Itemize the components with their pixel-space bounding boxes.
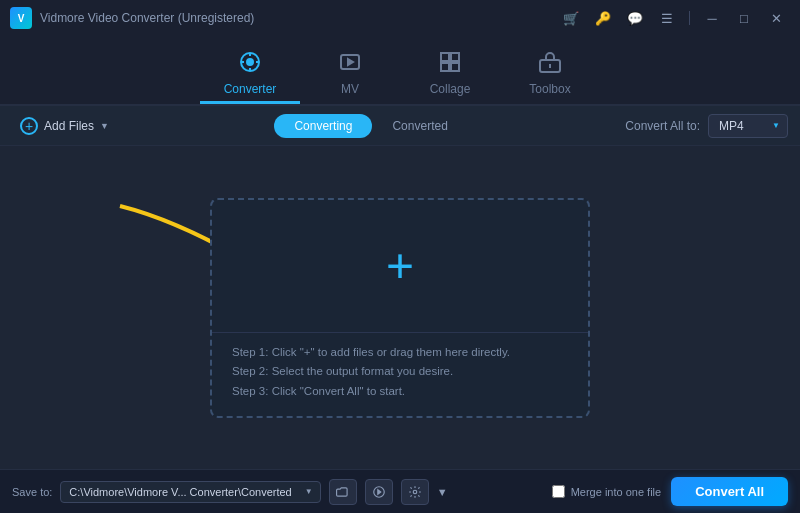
main-area: + Step 1: Click "+" to add files or drag…: [0, 146, 800, 469]
key-icon[interactable]: 🔑: [589, 7, 617, 29]
settings-button[interactable]: [401, 479, 429, 505]
bottom-right: Merge into one file Convert All: [552, 477, 788, 506]
drop-instructions: Step 1: Click "+" to add files or drag t…: [212, 332, 588, 416]
instruction-step3: Step 3: Click "Convert All" to start.: [232, 382, 568, 402]
plus-icon-area: +: [386, 200, 414, 332]
toolbar-right: Convert All to: MP4: [625, 114, 788, 138]
instruction-step2: Step 2: Select the output format you des…: [232, 362, 568, 382]
titlebar-left: V Vidmore Video Converter (Unregistered): [10, 7, 254, 29]
app-title: Vidmore Video Converter (Unregistered): [40, 11, 254, 25]
tab-toolbox-label: Toolbox: [529, 82, 570, 96]
save-path-display[interactable]: C:\Vidmore\Vidmore V... Converter\Conver…: [60, 481, 320, 503]
svg-point-1: [247, 59, 253, 65]
convert-all-to-label: Convert All to:: [625, 119, 700, 133]
titlebar-right: 🛒 🔑 💬 ☰ ─ □ ✕: [557, 7, 790, 29]
titlebar-separator: [689, 11, 690, 25]
nav-bar: Converter MV Collage: [0, 36, 800, 106]
mv-icon: [338, 50, 362, 78]
toolbar-center: Converting Converted: [274, 114, 467, 138]
app-logo: V: [10, 7, 32, 29]
converter-icon: [238, 50, 262, 78]
add-files-plus-icon: +: [20, 117, 38, 135]
drop-zone[interactable]: + Step 1: Click "+" to add files or drag…: [210, 198, 590, 418]
instruction-step1: Step 1: Click "+" to add files or drag t…: [232, 343, 568, 363]
tab-toolbox[interactable]: Toolbox: [500, 44, 600, 104]
add-files-dropdown-arrow: ▼: [100, 121, 109, 131]
titlebar: V Vidmore Video Converter (Unregistered)…: [0, 0, 800, 36]
shopping-cart-icon[interactable]: 🛒: [557, 7, 585, 29]
toolbar-left: + Add Files ▼: [12, 113, 117, 139]
toolbox-icon: [538, 50, 562, 78]
collage-icon: [438, 50, 462, 78]
path-select-wrap: C:\Vidmore\Vidmore V... Converter\Conver…: [60, 481, 320, 503]
folder-open-button[interactable]: [329, 479, 357, 505]
tab-converting[interactable]: Converting: [274, 114, 372, 138]
bottom-left: Save to: C:\Vidmore\Vidmore V... Convert…: [12, 479, 448, 505]
tab-collage[interactable]: Collage: [400, 44, 500, 104]
merge-label[interactable]: Merge into one file: [552, 485, 662, 498]
tab-mv[interactable]: MV: [300, 44, 400, 104]
svg-rect-8: [451, 53, 459, 61]
chat-icon[interactable]: 💬: [621, 7, 649, 29]
tab-converter-label: Converter: [224, 82, 277, 96]
settings-arrow: ▼: [437, 486, 448, 498]
tab-converter[interactable]: Converter: [200, 44, 300, 104]
maximize-button[interactable]: □: [730, 7, 758, 29]
menu-icon[interactable]: ☰: [653, 7, 681, 29]
merge-checkbox[interactable]: [552, 485, 565, 498]
format-selector[interactable]: MP4: [708, 114, 788, 138]
svg-point-15: [413, 490, 417, 494]
media-button[interactable]: [365, 479, 393, 505]
svg-rect-10: [451, 63, 459, 71]
format-select-wrap: MP4: [708, 114, 788, 138]
convert-all-button[interactable]: Convert All: [671, 477, 788, 506]
tab-mv-label: MV: [341, 82, 359, 96]
tab-converted[interactable]: Converted: [372, 114, 467, 138]
bottom-bar: Save to: C:\Vidmore\Vidmore V... Convert…: [0, 469, 800, 513]
add-files-label: Add Files: [44, 119, 94, 133]
toolbar: + Add Files ▼ Converting Converted Conve…: [0, 106, 800, 146]
minimize-button[interactable]: ─: [698, 7, 726, 29]
close-button[interactable]: ✕: [762, 7, 790, 29]
tab-collage-label: Collage: [430, 82, 471, 96]
save-to-label: Save to:: [12, 486, 52, 498]
svg-rect-7: [441, 53, 449, 61]
drop-plus-icon: +: [386, 242, 414, 290]
add-files-button[interactable]: + Add Files ▼: [12, 113, 117, 139]
merge-text: Merge into one file: [571, 486, 662, 498]
svg-rect-9: [441, 63, 449, 71]
